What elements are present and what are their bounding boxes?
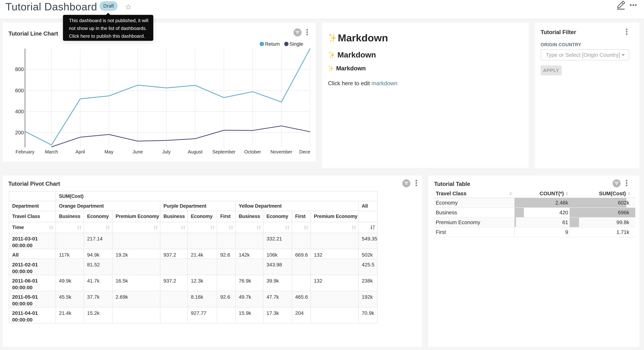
pivot-value-cell: 927.77 [188, 307, 217, 323]
pivot-group-header[interactable]: All [358, 201, 377, 211]
select-placeholder: Type or Select [Origin Country] [546, 52, 620, 58]
pivot-group-header[interactable]: Yellow Department [236, 201, 358, 211]
pivot-value-cell [217, 275, 236, 291]
pivot-value-cell [236, 259, 263, 275]
select-caret-icon [622, 54, 625, 56]
x-axis-label: May [104, 149, 114, 154]
edit-dashboard-pencil-icon[interactable] [616, 1, 626, 10]
pivot-class-header[interactable]: First [292, 211, 310, 222]
pivot-value-cell [310, 233, 358, 249]
col-header-count[interactable]: COUNT(*) [514, 189, 570, 198]
cell-count: 9 [514, 227, 570, 237]
favorite-star-icon[interactable] [125, 4, 132, 10]
pivot-class-header[interactable]: Business [160, 211, 188, 222]
cell-count: 61 [514, 218, 570, 227]
legend-dot-single[interactable] [284, 42, 288, 46]
pivot-group-header[interactable]: Purple Department [160, 201, 236, 211]
pivot-value-cell: 45.5k [56, 291, 84, 307]
pivot-column-sorter[interactable] [84, 222, 112, 233]
pivot-value-cell: 37.7k [84, 291, 112, 307]
pivot-column-sorter[interactable] [358, 222, 377, 233]
col-header-travel-class[interactable]: Travel Class [434, 189, 514, 198]
header-more-menu-icon[interactable] [629, 1, 638, 9]
sort-icon [77, 225, 82, 230]
markdown-edit-link[interactable]: markdown [372, 80, 398, 86]
line-chart[interactable]: FebruaryMarchAprilMayJuneJulyAugustSepte… [2, 22, 316, 162]
pivot-value-cell [112, 307, 160, 323]
legend-label-single[interactable]: Single [290, 41, 303, 47]
pivot-column-sorter[interactable] [112, 222, 160, 233]
pivot-value-cell: 332.21 [263, 233, 292, 249]
pivot-column-sorter[interactable] [236, 222, 263, 233]
pivot-value-cell: 92.6 [217, 291, 236, 307]
pivot-column-sorter[interactable] [310, 222, 358, 233]
pivot-value-cell: 39.9k [263, 275, 292, 291]
legend-dot-return[interactable] [260, 42, 264, 46]
pivot-data-row: 2011-04-0100:00:0021.4k15.2k927.7715.9k1… [9, 307, 377, 323]
legend-label-return[interactable]: Return [265, 41, 280, 47]
pivot-column-sorter[interactable] [217, 222, 236, 233]
pivot-class-header[interactable]: Business [236, 211, 263, 222]
filter-indicator-icon[interactable] [612, 179, 620, 187]
pivot-value-cell: 549.35 [358, 233, 377, 249]
pivot-value-cell [160, 233, 188, 249]
tooltip-line: Click here to publish this dashboard. [69, 32, 153, 40]
pivot-value-cell [292, 275, 310, 291]
pivot-class-header[interactable]: Economy [263, 211, 292, 222]
pivot-value-cell [217, 259, 236, 275]
pivot-col-dimension: Department [9, 201, 56, 211]
kebab-menu-icon[interactable] [415, 180, 418, 187]
cell-travel-class: First [434, 227, 514, 237]
y-axis-label: 800 [15, 66, 24, 72]
x-axis-label: February [16, 149, 34, 154]
pivot-value-cell [236, 233, 263, 249]
column-sort-caret-icon [566, 192, 568, 196]
pivot-value-cell: 81.52 [84, 259, 112, 275]
pivot-row-dimension-sorter[interactable]: Time [9, 222, 56, 233]
cell-travel-class: Business [434, 208, 514, 218]
table-row: Premium Economy6199.8k [434, 218, 635, 227]
pivot-class-header[interactable]: First [217, 211, 236, 222]
pivot-column-sorter[interactable] [188, 222, 217, 233]
pivot-class-header[interactable]: Premium Economy [310, 211, 358, 222]
sparkles-icon [328, 64, 334, 72]
pivot-data-row: 2011-05-0100:00:0045.5k37.7k2.69k8.16k92… [9, 291, 377, 307]
pivot-value-cell [217, 233, 236, 249]
pivot-column-sorter[interactable] [160, 222, 188, 233]
filter-indicator-icon[interactable] [402, 179, 410, 187]
origin-country-select[interactable]: Type or Select [Origin Country] [540, 49, 629, 60]
pivot-class-header[interactable]: Premium Economy [112, 211, 160, 222]
status-badge-draft[interactable]: Draft [100, 2, 117, 10]
card-tutorial-pivot-chart: Tutorial Pivot Chart SUM(Cost)Department… [2, 176, 422, 347]
pivot-column-sorter[interactable] [263, 222, 292, 233]
pivot-value-cell: 937.2 [160, 275, 188, 291]
kebab-menu-icon[interactable] [626, 180, 628, 187]
pivot-value-cell: 49.7k [236, 291, 263, 307]
pivot-column-sorter[interactable] [292, 222, 310, 233]
sparkles-icon [328, 50, 335, 60]
pivot-value-cell: 21.4k [188, 249, 217, 259]
pivot-column-sorter[interactable] [56, 222, 84, 233]
pivot-class-header[interactable]: Economy [188, 211, 217, 222]
pivot-class-header[interactable]: Business [56, 211, 84, 222]
pivot-value-cell: 502k [358, 249, 377, 259]
dashboard-page: Tutorial Dashboard Draft This dashboard … [0, 0, 644, 350]
col-header-sum-cost[interactable]: SUM(Cost) [570, 189, 635, 198]
x-axis-label: June [132, 149, 143, 154]
pivot-group-header[interactable]: Orange Department [56, 201, 160, 211]
pivot-class-header[interactable]: Economy [84, 211, 112, 222]
filter-title: Tutorial Filter [540, 30, 576, 35]
pivot-value-cell [160, 291, 188, 307]
pivot-class-header[interactable] [358, 211, 377, 222]
pivot-corner-cell [9, 191, 56, 201]
column-sort-caret-icon [509, 192, 512, 196]
pivot-value-cell: 343.98 [263, 259, 292, 275]
pivot-table-grid: SUM(Cost)DepartmentOrange DepartmentPurp… [9, 191, 378, 324]
pivot-value-cell: 94.9k [84, 249, 112, 259]
sort-icon [49, 225, 53, 230]
page-title: Tutorial Dashboard [6, 2, 97, 12]
kebab-menu-icon[interactable] [626, 28, 628, 36]
pivot-value-cell: 142k [236, 249, 263, 259]
pivot-value-cell [112, 233, 160, 249]
apply-button[interactable]: APPLY [540, 66, 562, 76]
